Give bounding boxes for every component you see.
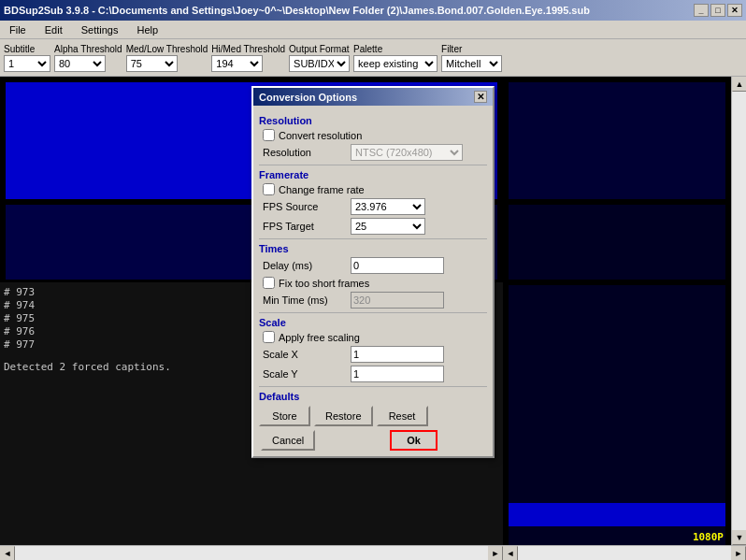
resolution-label: Resolution [263,147,347,158]
times-section-header: Times [259,243,487,254]
min-time-label: Min Time (ms) [263,294,347,306]
delay-label: Delay (ms) [263,260,347,271]
close-button[interactable]: ✕ [727,4,742,17]
alpha-threshold-label: Alpha Threshold [54,44,122,54]
dialog-overlay: Conversion Options ✕ Resolution Convert … [0,77,746,560]
reset-button[interactable]: Reset [377,406,428,426]
scale-section-header: Scale [259,317,487,328]
med-low-group: Med/Low Threshold 75 [126,44,208,72]
menu-bar: File Edit Settings Help [0,21,746,39]
ok-button[interactable]: Ok [390,430,438,451]
apply-free-scaling-row: Apply free scaling [263,331,487,343]
output-format-label: Output Format [289,44,350,54]
delay-row: Delay (ms) 0 [263,257,487,274]
hi-med-group: Hi/Med Threshold 194 [211,44,285,72]
scale-y-label: Scale Y [263,368,347,380]
apply-free-scaling-checkbox[interactable] [263,331,275,343]
filter-select[interactable]: Mitchell [441,55,502,72]
min-time-row: Min Time (ms) [263,292,487,309]
fps-target-row: FPS Target 25 [263,218,487,235]
apply-free-scaling-label: Apply free scaling [279,332,360,343]
convert-resolution-row: Convert resolution [263,129,487,141]
conversion-options-dialog: Conversion Options ✕ Resolution Convert … [251,86,495,458]
fps-target-select[interactable]: 25 [351,218,425,235]
subtitle-select[interactable]: 1 [4,55,50,72]
framerate-section-header: Framerate [259,169,487,180]
filter-group: Filter Mitchell [441,44,502,72]
dialog-title-text: Conversion Options [259,92,357,103]
change-frame-rate-label: Change frame rate [279,184,365,195]
change-frame-rate-checkbox[interactable] [263,183,275,195]
med-low-label: Med/Low Threshold [126,44,208,54]
scale-section: Apply free scaling Scale X Scale Y [259,331,487,382]
output-format-select[interactable]: SUB/IDX [289,55,350,72]
title-bar: BDSup2Sub 3.9.8 - C:\Documents and Setti… [0,0,746,21]
palette-group: Palette keep existing [353,44,438,72]
change-frame-rate-row: Change frame rate [263,183,487,195]
app-title: BDSup2Sub 3.9.8 - C:\Documents and Setti… [4,5,590,16]
subtitle-label: Subtitle [4,44,50,54]
dialog-body: Resolution Convert resolution Resolution… [253,106,493,456]
menu-help[interactable]: Help [131,22,164,37]
min-time-input[interactable] [351,292,444,309]
palette-label: Palette [353,44,438,54]
cancel-button[interactable]: Cancel [261,430,315,451]
alpha-threshold-group: Alpha Threshold 80 [54,44,122,72]
fix-frames-row: Fix too short frames [263,277,487,289]
fps-target-label: FPS Target [263,221,347,232]
defaults-button-row: Store Restore Reset [259,406,487,426]
palette-select[interactable]: keep existing [353,55,438,72]
scale-y-input[interactable] [351,366,444,382]
maximize-button[interactable]: □ [710,4,725,17]
hi-med-label: Hi/Med Threshold [211,44,285,54]
menu-edit[interactable]: Edit [39,22,68,37]
main-area: # 973 # 974 # 975 # 976 # 977 Detected 2… [0,77,746,560]
resolution-row: Resolution NTSC (720x480) [263,144,487,161]
toolbar: Subtitle 1 Alpha Threshold 80 Med/Low Th… [0,39,746,77]
subtitle-group: Subtitle 1 [4,44,50,72]
fps-source-select[interactable]: 23.976 [351,198,425,215]
resolution-select[interactable]: NTSC (720x480) [351,144,463,161]
framerate-section: Change frame rate FPS Source 23.976 FPS … [259,183,487,235]
scale-y-row: Scale Y [263,366,487,382]
fix-frames-checkbox[interactable] [263,277,275,289]
scale-x-input[interactable] [351,346,444,363]
title-bar-buttons: _ □ ✕ [694,4,742,17]
filter-label: Filter [441,44,502,54]
dialog-close-button[interactable]: ✕ [474,91,487,103]
output-format-group: Output Format SUB/IDX [289,44,350,72]
fps-source-row: FPS Source 23.976 [263,198,487,215]
convert-resolution-label: Convert resolution [279,130,362,141]
resolution-section-header: Resolution [259,115,487,126]
menu-file[interactable]: File [4,22,32,37]
fps-source-label: FPS Source [263,201,347,212]
defaults-header: Defaults [259,391,487,402]
convert-resolution-checkbox[interactable] [263,129,275,141]
scale-x-row: Scale X [263,346,487,363]
alpha-threshold-select[interactable]: 80 [54,55,106,72]
delay-input[interactable]: 0 [351,257,444,274]
fix-frames-label: Fix too short frames [279,278,369,289]
resolution-section: Convert resolution Resolution NTSC (720x… [259,129,487,161]
ok-cancel-row: Cancel Ok [259,430,487,451]
hi-med-select[interactable]: 194 [211,55,263,72]
times-section: Delay (ms) 0 Fix too short frames Min Ti… [259,257,487,309]
med-low-select[interactable]: 75 [126,55,178,72]
dialog-title-bar: Conversion Options ✕ [253,88,493,106]
scale-x-label: Scale X [263,349,347,360]
store-button[interactable]: Store [259,406,310,426]
minimize-button[interactable]: _ [694,4,709,17]
restore-button[interactable]: Restore [314,406,373,426]
menu-settings[interactable]: Settings [76,22,124,37]
